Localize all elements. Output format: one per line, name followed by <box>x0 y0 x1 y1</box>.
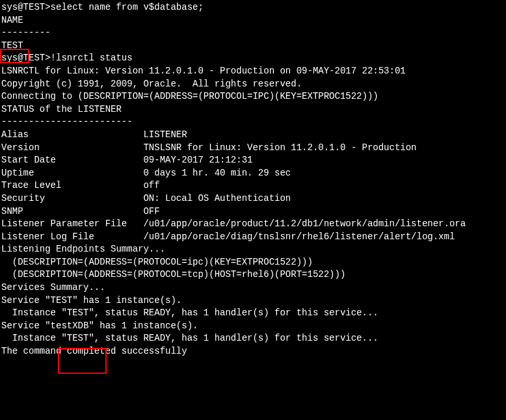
terminal-line: LSNRCTL for Linux: Version 11.2.0.1.0 - … <box>1 65 505 78</box>
terminal-line: ------------------------ <box>1 116 505 129</box>
terminal-line: --------- <box>1 27 505 40</box>
terminal-line: Copyright (c) 1991, 2009, Oracle. All ri… <box>1 78 505 91</box>
terminal-line: Service "TEST" has 1 instance(s). <box>1 295 505 308</box>
terminal-line: Service "testXDB" has 1 instance(s). <box>1 320 505 333</box>
terminal-line: TEST <box>1 40 505 53</box>
terminal-line: NAME <box>1 14 505 27</box>
terminal-line: sys@TEST>!lsnrctl status <box>1 52 505 65</box>
terminal-line: The command completed successfully <box>1 345 505 358</box>
terminal-line: Security ON: Local OS Authentication <box>1 192 505 205</box>
terminal-line: Services Summary... <box>1 282 505 295</box>
terminal-line: Alias LISTENER <box>1 129 505 142</box>
terminal-line: Listener Log File /u01/app/oracle/diag/t… <box>1 231 505 244</box>
terminal-line: Uptime 0 days 1 hr. 40 min. 29 sec <box>1 167 505 180</box>
terminal-line: Trace Level off <box>1 179 505 192</box>
terminal-line: Listener Parameter File /u01/app/oracle/… <box>1 218 505 231</box>
terminal-output: sys@TEST>select name from v$database; NA… <box>1 1 505 358</box>
terminal-line: Connecting to (DESCRIPTION=(ADDRESS=(PRO… <box>1 90 505 103</box>
terminal-line: (DESCRIPTION=(ADDRESS=(PROTOCOL=tcp)(HOS… <box>1 269 505 282</box>
terminal-line: Instance "TEST", status READY, has 1 han… <box>1 307 505 320</box>
terminal-line: Start Date 09-MAY-2017 21:12:31 <box>1 154 505 167</box>
terminal-line: sys@TEST>select name from v$database; <box>1 1 505 14</box>
terminal-line: STATUS of the LISTENER <box>1 103 505 116</box>
terminal-line: Instance "TEST", status READY, has 1 han… <box>1 332 505 345</box>
terminal-line: SNMP OFF <box>1 205 505 218</box>
terminal-line: Version TNSLSNR for Linux: Version 11.2.… <box>1 142 505 155</box>
terminal-line: (DESCRIPTION=(ADDRESS=(PROTOCOL=ipc)(KEY… <box>1 256 505 269</box>
terminal-line: Listening Endpoints Summary... <box>1 243 505 256</box>
